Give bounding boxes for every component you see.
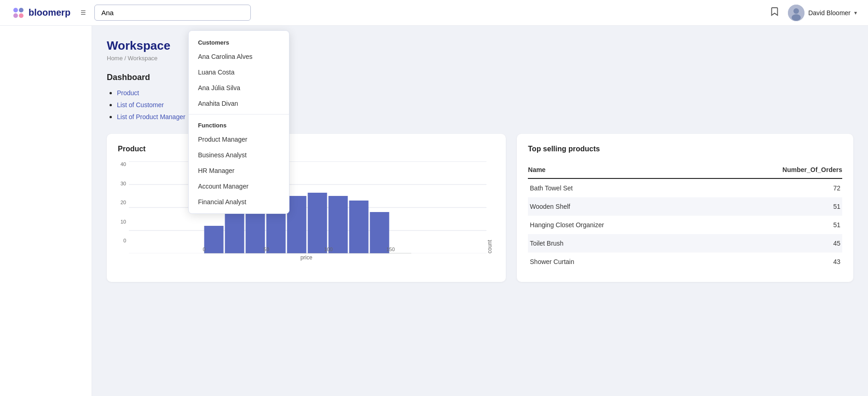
bar-5 — [308, 193, 327, 253]
bookmark-button[interactable] — [770, 6, 780, 19]
svg-point-2 — [13, 13, 18, 18]
chart-title: Product — [118, 145, 495, 153]
x-label-100: 100 — [324, 247, 332, 252]
chevron-down-icon: ▾ — [854, 10, 857, 16]
bar-7 — [349, 201, 369, 253]
table-row: Wooden Shelf51 — [528, 197, 842, 216]
cell-order-count: 45 — [704, 234, 842, 253]
user-name: David Bloomer — [808, 9, 851, 17]
bar-4 — [287, 196, 307, 253]
sidebar — [0, 26, 92, 396]
function-item-3[interactable]: Account Manager — [189, 178, 289, 194]
top-selling-card: Top selling products Name Number_Of_Orde… — [517, 134, 853, 282]
menu-button[interactable]: ☰ — [78, 6, 89, 19]
customer-item-3[interactable]: Anahita Divan — [189, 96, 289, 111]
user-info[interactable]: David Bloomer ▾ — [788, 5, 857, 21]
y-tick-4: 40 — [121, 161, 126, 167]
nav-link-list-product-manager[interactable]: List of Product Manager — [117, 113, 185, 121]
top-selling-table: Name Number_Of_Orders Bath Towel Set72Wo… — [528, 161, 842, 271]
y-axis: 40 30 20 10 0 — [118, 161, 129, 253]
table-row: Toilet Brush45 — [528, 234, 842, 253]
table-row: Bath Towel Set72 — [528, 178, 842, 197]
customer-item-0[interactable]: Ana Carolina Alves — [189, 49, 289, 64]
header: bloomerp ☰ Customers Ana Carolina Alves … — [0, 0, 868, 26]
y-tick-0: 0 — [123, 238, 126, 243]
cell-order-count: 51 — [704, 216, 842, 234]
function-item-2[interactable]: HR Manager — [189, 163, 289, 178]
svg-point-1 — [19, 8, 23, 12]
svg-point-3 — [19, 13, 23, 18]
cell-product-name: Toilet Brush — [528, 234, 704, 253]
function-item-4[interactable]: Financial Analyst — [189, 194, 289, 210]
cell-product-name: Shower Curtain — [528, 253, 704, 271]
customer-item-1[interactable]: Luana Costa — [189, 64, 289, 80]
histogram-svg: 0 50 100 150 — [129, 161, 486, 253]
chart-card: Product 40 30 20 10 0 — [107, 134, 506, 282]
header-right: David Bloomer ▾ — [770, 5, 857, 21]
cell-product-name: Hanging Closet Organizer — [528, 216, 704, 234]
top-selling-title: Top selling products — [528, 145, 842, 153]
y-tick-1: 10 — [121, 219, 126, 224]
col-header-name: Name — [528, 161, 704, 178]
cell-product-name: Bath Towel Set — [528, 178, 704, 197]
search-dropdown: Customers Ana Carolina Alves Luana Costa… — [188, 30, 289, 214]
breadcrumb-home[interactable]: Home — [107, 55, 123, 62]
bar-0 — [204, 226, 224, 253]
x-label-50: 50 — [264, 247, 269, 252]
cell-order-count: 72 — [704, 178, 842, 197]
bar-6 — [329, 196, 348, 253]
logo-icon — [11, 6, 26, 20]
histogram-area: 0 50 100 150 — [129, 161, 486, 253]
y-axis-label-text: count — [486, 240, 493, 253]
function-item-1[interactable]: Business Analyst — [189, 147, 289, 163]
functions-section-label: Functions — [189, 117, 289, 132]
cell-order-count: 51 — [704, 197, 842, 216]
x-label-150: 150 — [386, 247, 394, 252]
y-tick-2: 20 — [121, 200, 126, 205]
menu-icon: ☰ — [81, 9, 86, 16]
svg-point-5 — [793, 8, 799, 14]
breadcrumb-current: Workspace — [128, 55, 158, 62]
x-label-0: 0 — [203, 247, 206, 252]
y-axis-label: count — [486, 161, 495, 253]
nav-link-list-customer[interactable]: List of Customer — [117, 101, 164, 109]
col-header-orders: Number_Of_Orders — [704, 161, 842, 178]
main-layout: Workspace Home / Workspace Dashboard Pro… — [0, 26, 868, 396]
logo: bloomerp — [11, 6, 70, 20]
search-input[interactable] — [94, 5, 251, 21]
svg-point-6 — [792, 14, 801, 21]
svg-point-0 — [13, 8, 18, 12]
dropdown-divider — [189, 114, 289, 115]
table-row: Hanging Closet Organizer51 — [528, 216, 842, 234]
x-axis-label: price — [118, 254, 495, 261]
function-item-0[interactable]: Product Manager — [189, 132, 289, 147]
logo-text: bloomerp — [29, 7, 70, 18]
y-tick-3: 30 — [121, 181, 126, 186]
cell-order-count: 43 — [704, 253, 842, 271]
cell-product-name: Wooden Shelf — [528, 197, 704, 216]
table-row: Shower Curtain43 — [528, 253, 842, 271]
customer-item-2[interactable]: Ana Júlia Silva — [189, 80, 289, 96]
avatar — [788, 5, 804, 21]
nav-link-product[interactable]: Product — [117, 89, 139, 97]
search-wrapper: Customers Ana Carolina Alves Luana Costa… — [94, 5, 251, 21]
breadcrumb-separator: / — [124, 55, 126, 62]
customers-section-label: Customers — [189, 34, 289, 49]
